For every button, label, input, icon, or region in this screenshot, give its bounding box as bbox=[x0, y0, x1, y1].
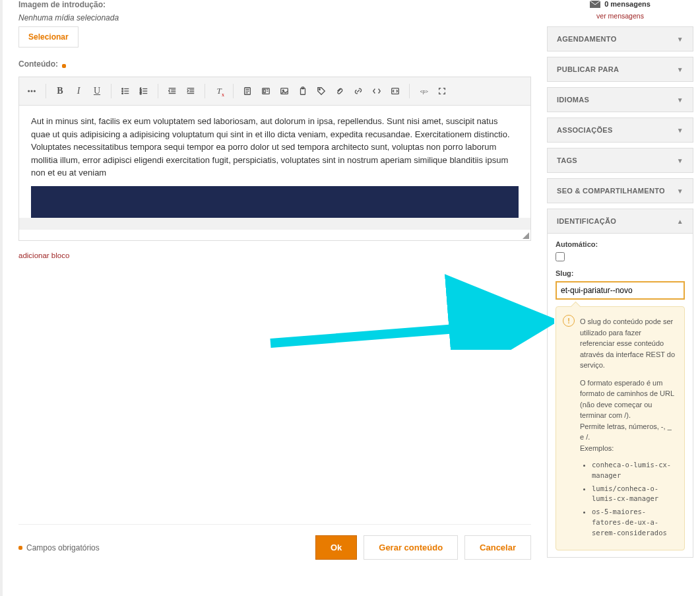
help-text-1: O slug do conteúdo pode ser utilizado pa… bbox=[580, 316, 676, 371]
underline-button[interactable]: U bbox=[88, 83, 106, 100]
view-messages-link[interactable]: ver mensagens bbox=[596, 12, 644, 20]
required-indicator-icon bbox=[62, 64, 66, 68]
editor-horizontal-scrollbar[interactable] bbox=[19, 218, 530, 230]
clear-format-button[interactable]: T bbox=[210, 83, 228, 100]
panel-associacoes[interactable]: ASSOCIAÇÕES▼ bbox=[548, 118, 693, 142]
required-indicator-icon bbox=[18, 546, 22, 550]
fullscreen-icon[interactable] bbox=[433, 83, 451, 100]
image-icon[interactable] bbox=[276, 83, 293, 100]
slug-input[interactable] bbox=[556, 281, 685, 300]
panel-identificacao[interactable]: IDENTIFICAÇÃO▲ bbox=[548, 209, 693, 233]
slug-help-box: O slug do conteúdo pode ser utilizado pa… bbox=[556, 306, 685, 550]
outdent-icon[interactable] bbox=[164, 83, 181, 100]
svg-point-1 bbox=[31, 90, 32, 92]
auto-label: Automático: bbox=[556, 240, 685, 248]
svg-point-0 bbox=[28, 90, 30, 92]
editor-paragraph: Aut in minus sint, facilis ex eum volupt… bbox=[31, 115, 519, 180]
svg-text:<p>: <p> bbox=[420, 89, 428, 94]
chevron-down-icon: ▼ bbox=[677, 187, 684, 195]
panel-tags[interactable]: TAGS▼ bbox=[548, 149, 693, 172]
svg-point-7 bbox=[122, 93, 123, 94]
help-examples-label: Exemplos: bbox=[580, 444, 614, 452]
link-icon[interactable] bbox=[350, 83, 367, 100]
auto-checkbox[interactable] bbox=[556, 252, 565, 261]
source-icon[interactable]: <p> bbox=[415, 83, 432, 100]
envelope-icon bbox=[590, 1, 600, 8]
document-icon[interactable] bbox=[239, 83, 256, 100]
chevron-down-icon: ▼ bbox=[677, 36, 684, 43]
chevron-down-icon: ▼ bbox=[677, 96, 684, 104]
svg-point-35 bbox=[319, 89, 321, 90]
embed-icon[interactable] bbox=[387, 83, 404, 100]
example-item: conheca-o-lumis-cx-manager bbox=[592, 460, 676, 481]
svg-rect-28 bbox=[264, 89, 266, 92]
clipboard-icon[interactable] bbox=[294, 83, 311, 100]
chevron-up-icon: ▲ bbox=[677, 218, 684, 225]
generate-content-button[interactable]: Gerar conteúdo bbox=[364, 535, 458, 560]
example-item: lumis/conheca-o-lumis-cx-manager bbox=[592, 484, 676, 505]
select-media-button[interactable]: Selecionar bbox=[18, 26, 79, 48]
required-fields-label: Campos obrigatórios bbox=[26, 543, 100, 552]
intro-image-status: Nenhuma mídia selecionada bbox=[18, 13, 531, 22]
chevron-down-icon: ▼ bbox=[677, 157, 684, 164]
media-icon[interactable] bbox=[257, 83, 274, 100]
ok-button[interactable]: Ok bbox=[315, 535, 357, 560]
list-bullet-icon[interactable] bbox=[117, 83, 134, 100]
editor-resize-handle[interactable] bbox=[19, 230, 530, 240]
bold-button[interactable]: B bbox=[51, 83, 69, 100]
chevron-down-icon: ▼ bbox=[677, 66, 684, 73]
code-icon[interactable] bbox=[368, 83, 385, 100]
italic-button[interactable]: I bbox=[70, 83, 87, 100]
intro-image-label: Imagem de introdução: bbox=[18, 0, 531, 9]
messages-widget: 0 mensagens ver mensagens bbox=[547, 0, 693, 20]
panel-publicar-para[interactable]: PUBLICAR PARA▼ bbox=[548, 57, 693, 81]
attachment-icon[interactable] bbox=[331, 83, 348, 100]
tag-icon[interactable] bbox=[313, 83, 330, 100]
svg-point-32 bbox=[282, 90, 284, 91]
editor-toolbar: B I U 123 T bbox=[19, 77, 530, 106]
content-label: Conteúdo: bbox=[18, 59, 58, 69]
cancel-button[interactable]: Cancelar bbox=[464, 535, 531, 560]
svg-point-5 bbox=[122, 90, 123, 92]
svg-text:3: 3 bbox=[140, 92, 142, 95]
indent-icon[interactable] bbox=[182, 83, 199, 100]
help-text-2: O formato esperado é um formato de camin… bbox=[580, 379, 674, 420]
example-item: os-5-maiores-fatores-de-ux-a-serem-consi… bbox=[592, 507, 676, 538]
rich-text-editor: B I U 123 T bbox=[18, 77, 531, 241]
slug-label: Slug: bbox=[556, 269, 685, 277]
editor-block-element bbox=[31, 186, 519, 218]
more-icon[interactable] bbox=[23, 83, 40, 100]
svg-point-2 bbox=[34, 90, 36, 92]
svg-point-3 bbox=[122, 88, 123, 90]
panel-idiomas[interactable]: IDIOMAS▼ bbox=[548, 88, 693, 112]
list-number-icon[interactable]: 123 bbox=[135, 83, 152, 100]
chevron-down-icon: ▼ bbox=[677, 127, 684, 134]
help-text-3: Permite letras, números, -, _ e /. bbox=[580, 422, 672, 442]
panel-agendamento[interactable]: AGENDAMENTO▼ bbox=[548, 27, 693, 51]
editor-content-area[interactable]: Aut in minus sint, facilis ex eum volupt… bbox=[19, 106, 530, 218]
panel-seo[interactable]: SEO & COMPARTILHAMENTO▼ bbox=[548, 179, 693, 203]
add-block-link[interactable]: adicionar bloco bbox=[18, 251, 69, 259]
messages-count: 0 mensagens bbox=[604, 0, 651, 8]
